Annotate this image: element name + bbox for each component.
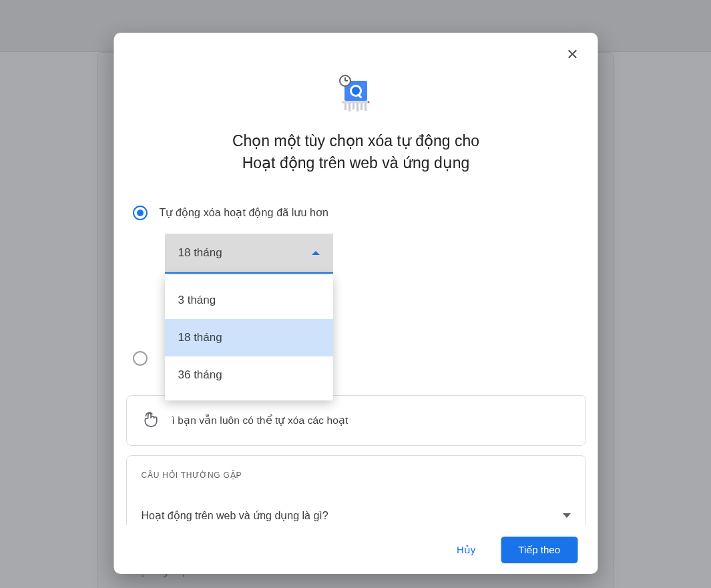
duration-select-value: 18 tháng: [178, 246, 222, 260]
touch-icon: [141, 410, 158, 430]
svg-rect-7: [342, 101, 370, 103]
dialog-footer: Hủy Tiếp theo: [113, 525, 598, 574]
radio-option-1-label: Tự động xóa hoạt động đã lưu hơn: [159, 206, 328, 219]
dialog-title-line2: Hoạt động trên web và ứng dụng: [242, 154, 469, 172]
cancel-button[interactable]: Hủy: [450, 539, 482, 561]
duration-select-trigger[interactable]: 18 tháng: [164, 234, 332, 274]
info-text-partial: ì bạn vẫn luôn có thể tự xóa các hoạt: [172, 414, 348, 426]
svg-rect-13: [365, 103, 367, 111]
radio-unselected-icon[interactable]: [132, 351, 147, 366]
svg-point-2: [352, 87, 360, 95]
caret-up-icon: [311, 251, 319, 255]
duration-dropdown: 3 tháng 18 tháng 36 tháng: [164, 275, 332, 400]
manual-delete-info-card: ì bạn vẫn luôn có thể tự xóa các hoạt: [126, 395, 585, 446]
dialog-scroll-area[interactable]: Chọn một tùy chọn xóa tự động cho Hoạt đ…: [113, 33, 598, 525]
radio-selected-icon[interactable]: [132, 206, 147, 220]
chevron-down-icon: [562, 513, 570, 518]
close-button[interactable]: [560, 42, 584, 66]
faq-card: CÂU HỎI THƯỜNG GẶP Hoạt động trên web và…: [126, 455, 585, 525]
shredder-search-icon: [332, 71, 379, 118]
duration-option-36-months[interactable]: 36 tháng: [164, 356, 332, 394]
dialog-title: Chọn một tùy chọn xóa tự động cho Hoạt đ…: [199, 130, 513, 175]
close-icon: [565, 47, 579, 61]
svg-rect-11: [357, 103, 359, 111]
svg-rect-10: [352, 103, 354, 109]
faq-item-1-label: Hoạt động trên web và ứng dụng là gì?: [141, 509, 328, 522]
next-button[interactable]: Tiếp theo: [501, 537, 577, 563]
svg-rect-9: [348, 103, 350, 111]
duration-option-3-months[interactable]: 3 tháng: [164, 282, 332, 319]
radio-option-auto-delete[interactable]: Tự động xóa hoạt động đã lưu hơn: [126, 202, 585, 224]
svg-rect-12: [361, 103, 363, 110]
auto-delete-dialog: Chọn một tùy chọn xóa tự động cho Hoạt đ…: [113, 33, 598, 574]
duration-select: 18 tháng 3 tháng 18 tháng 36 tháng: [164, 234, 332, 274]
faq-heading: CÂU HỎI THƯỜNG GẶP: [141, 471, 570, 480]
faq-item-1[interactable]: Hoạt động trên web và ứng dụng là gì?: [141, 509, 570, 522]
duration-option-18-months[interactable]: 18 tháng: [164, 319, 332, 356]
svg-point-14: [367, 101, 369, 103]
svg-rect-8: [344, 103, 346, 110]
dialog-title-line1: Chọn một tùy chọn xóa tự động cho: [232, 132, 479, 150]
